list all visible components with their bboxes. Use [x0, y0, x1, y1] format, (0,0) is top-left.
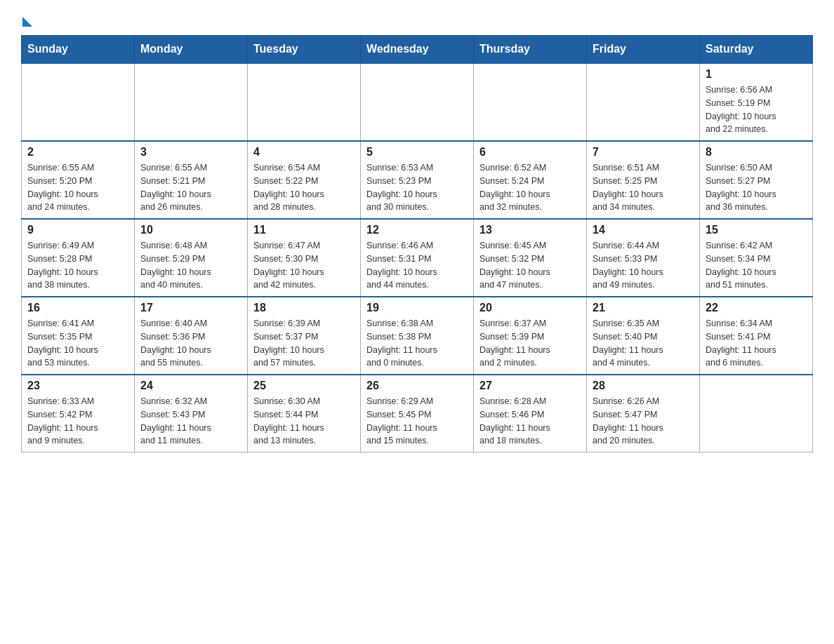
calendar-header-row: SundayMondayTuesdayWednesdayThursdayFrid… [22, 36, 813, 64]
day-number: 10 [140, 224, 241, 236]
day-cell: 18Sunrise: 6:39 AM Sunset: 5:37 PM Dayli… [248, 297, 361, 375]
day-cell: 8Sunrise: 6:50 AM Sunset: 5:27 PM Daylig… [700, 141, 813, 219]
day-cell: 11Sunrise: 6:47 AM Sunset: 5:30 PM Dayli… [248, 219, 361, 297]
day-info: Sunrise: 6:26 AM Sunset: 5:47 PM Dayligh… [593, 395, 694, 448]
header-wednesday: Wednesday [361, 36, 474, 64]
day-info: Sunrise: 6:40 AM Sunset: 5:36 PM Dayligh… [140, 317, 241, 370]
header-saturday: Saturday [700, 36, 813, 64]
day-cell: 24Sunrise: 6:32 AM Sunset: 5:43 PM Dayli… [135, 375, 248, 452]
day-cell: 7Sunrise: 6:51 AM Sunset: 5:25 PM Daylig… [587, 141, 700, 219]
day-info: Sunrise: 6:39 AM Sunset: 5:37 PM Dayligh… [253, 317, 355, 370]
day-number: 15 [706, 224, 807, 236]
day-cell: 16Sunrise: 6:41 AM Sunset: 5:35 PM Dayli… [22, 297, 135, 375]
day-info: Sunrise: 6:55 AM Sunset: 5:21 PM Dayligh… [140, 161, 241, 214]
day-number: 13 [479, 224, 581, 236]
day-info: Sunrise: 6:30 AM Sunset: 5:44 PM Dayligh… [253, 395, 355, 448]
day-info: Sunrise: 6:44 AM Sunset: 5:33 PM Dayligh… [593, 239, 694, 292]
day-info: Sunrise: 6:55 AM Sunset: 5:20 PM Dayligh… [27, 161, 128, 214]
day-number: 19 [366, 302, 468, 314]
day-cell [22, 63, 135, 141]
day-cell: 6Sunrise: 6:52 AM Sunset: 5:24 PM Daylig… [474, 141, 587, 219]
day-cell [361, 63, 474, 141]
day-cell [248, 63, 361, 141]
day-cell [587, 63, 700, 141]
day-number: 12 [366, 224, 468, 236]
day-number: 16 [27, 302, 128, 314]
week-row-1: 1Sunrise: 6:56 AM Sunset: 5:19 PM Daylig… [22, 63, 813, 141]
day-cell: 20Sunrise: 6:37 AM Sunset: 5:39 PM Dayli… [474, 297, 587, 375]
logo-arrow-icon [22, 17, 32, 27]
day-info: Sunrise: 6:48 AM Sunset: 5:29 PM Dayligh… [140, 239, 241, 292]
day-info: Sunrise: 6:51 AM Sunset: 5:25 PM Dayligh… [593, 161, 694, 214]
day-cell: 26Sunrise: 6:29 AM Sunset: 5:45 PM Dayli… [361, 375, 474, 452]
day-cell: 3Sunrise: 6:55 AM Sunset: 5:21 PM Daylig… [135, 141, 248, 219]
day-info: Sunrise: 6:41 AM Sunset: 5:35 PM Dayligh… [27, 317, 128, 370]
week-row-3: 9Sunrise: 6:49 AM Sunset: 5:28 PM Daylig… [22, 219, 813, 297]
header-friday: Friday [587, 36, 700, 64]
day-info: Sunrise: 6:42 AM Sunset: 5:34 PM Dayligh… [706, 239, 807, 292]
day-cell: 9Sunrise: 6:49 AM Sunset: 5:28 PM Daylig… [22, 219, 135, 297]
day-number: 25 [253, 380, 355, 392]
day-cell: 21Sunrise: 6:35 AM Sunset: 5:40 PM Dayli… [587, 297, 700, 375]
day-cell: 22Sunrise: 6:34 AM Sunset: 5:41 PM Dayli… [700, 297, 813, 375]
day-number: 7 [593, 146, 694, 159]
day-number: 3 [140, 146, 241, 159]
day-number: 5 [366, 146, 468, 159]
day-cell: 25Sunrise: 6:30 AM Sunset: 5:44 PM Dayli… [248, 375, 361, 452]
day-cell: 15Sunrise: 6:42 AM Sunset: 5:34 PM Dayli… [700, 219, 813, 297]
week-row-5: 23Sunrise: 6:33 AM Sunset: 5:42 PM Dayli… [22, 375, 813, 452]
day-number: 8 [706, 146, 807, 159]
day-info: Sunrise: 6:53 AM Sunset: 5:23 PM Dayligh… [366, 161, 468, 214]
day-number: 22 [706, 302, 807, 314]
day-info: Sunrise: 6:38 AM Sunset: 5:38 PM Dayligh… [366, 317, 468, 370]
day-cell: 28Sunrise: 6:26 AM Sunset: 5:47 PM Dayli… [587, 375, 700, 452]
day-info: Sunrise: 6:33 AM Sunset: 5:42 PM Dayligh… [27, 395, 128, 448]
day-cell: 12Sunrise: 6:46 AM Sunset: 5:31 PM Dayli… [361, 219, 474, 297]
day-cell: 14Sunrise: 6:44 AM Sunset: 5:33 PM Dayli… [587, 219, 700, 297]
logo [21, 14, 32, 24]
day-number: 21 [593, 302, 694, 314]
day-cell: 19Sunrise: 6:38 AM Sunset: 5:38 PM Dayli… [361, 297, 474, 375]
day-cell [474, 63, 587, 141]
day-info: Sunrise: 6:34 AM Sunset: 5:41 PM Dayligh… [706, 317, 807, 370]
header-monday: Monday [135, 36, 248, 64]
day-number: 17 [140, 302, 241, 314]
day-info: Sunrise: 6:47 AM Sunset: 5:30 PM Dayligh… [253, 239, 355, 292]
day-cell: 23Sunrise: 6:33 AM Sunset: 5:42 PM Dayli… [22, 375, 135, 452]
day-info: Sunrise: 6:37 AM Sunset: 5:39 PM Dayligh… [479, 317, 581, 370]
day-number: 28 [593, 380, 694, 392]
page-header [21, 14, 813, 24]
week-row-2: 2Sunrise: 6:55 AM Sunset: 5:20 PM Daylig… [22, 141, 813, 219]
day-number: 2 [27, 146, 128, 159]
header-thursday: Thursday [474, 36, 587, 64]
day-number: 1 [706, 68, 807, 81]
day-number: 23 [27, 380, 128, 392]
day-number: 4 [253, 146, 355, 159]
calendar-table: SundayMondayTuesdayWednesdayThursdayFrid… [21, 35, 813, 452]
day-cell: 2Sunrise: 6:55 AM Sunset: 5:20 PM Daylig… [22, 141, 135, 219]
day-number: 11 [253, 224, 355, 236]
day-number: 6 [479, 146, 581, 159]
day-info: Sunrise: 6:49 AM Sunset: 5:28 PM Dayligh… [27, 239, 128, 292]
day-cell: 27Sunrise: 6:28 AM Sunset: 5:46 PM Dayli… [474, 375, 587, 452]
day-cell: 17Sunrise: 6:40 AM Sunset: 5:36 PM Dayli… [135, 297, 248, 375]
day-cell: 5Sunrise: 6:53 AM Sunset: 5:23 PM Daylig… [361, 141, 474, 219]
day-info: Sunrise: 6:45 AM Sunset: 5:32 PM Dayligh… [479, 239, 581, 292]
day-info: Sunrise: 6:46 AM Sunset: 5:31 PM Dayligh… [366, 239, 468, 292]
day-cell: 4Sunrise: 6:54 AM Sunset: 5:22 PM Daylig… [248, 141, 361, 219]
day-info: Sunrise: 6:35 AM Sunset: 5:40 PM Dayligh… [593, 317, 694, 370]
day-info: Sunrise: 6:29 AM Sunset: 5:45 PM Dayligh… [366, 395, 468, 448]
header-sunday: Sunday [22, 36, 135, 64]
day-info: Sunrise: 6:50 AM Sunset: 5:27 PM Dayligh… [706, 161, 807, 214]
day-number: 24 [140, 380, 241, 392]
day-cell [135, 63, 248, 141]
day-number: 26 [366, 380, 468, 392]
day-number: 9 [27, 224, 128, 236]
day-info: Sunrise: 6:32 AM Sunset: 5:43 PM Dayligh… [140, 395, 241, 448]
day-cell: 1Sunrise: 6:56 AM Sunset: 5:19 PM Daylig… [700, 63, 813, 141]
day-number: 14 [593, 224, 694, 236]
day-info: Sunrise: 6:56 AM Sunset: 5:19 PM Dayligh… [706, 83, 807, 136]
day-number: 18 [253, 302, 355, 314]
day-info: Sunrise: 6:54 AM Sunset: 5:22 PM Dayligh… [253, 161, 355, 214]
header-tuesday: Tuesday [248, 36, 361, 64]
